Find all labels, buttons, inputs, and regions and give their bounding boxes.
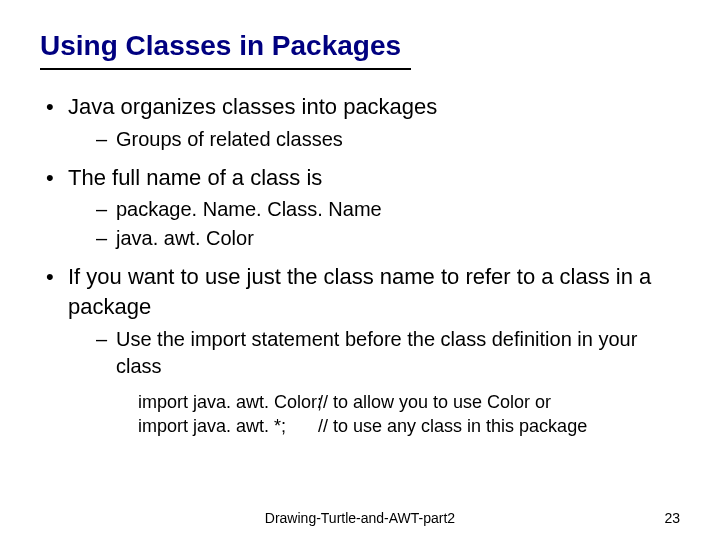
sub-bullet-text: java. awt. Color [116, 227, 254, 249]
code-block: import java. awt. Color; // to allow you… [138, 390, 680, 439]
sub-bullet-list: Use the import statement before the clas… [68, 326, 680, 380]
code-comment: // to use any class in this package [318, 414, 587, 438]
bullet-item: Java organizes classes into packages Gro… [40, 92, 680, 153]
footer-text: Drawing-Turtle-and-AWT-part2 [0, 510, 720, 526]
page-number: 23 [664, 510, 680, 526]
code-line: import java. awt. *; // to use any class… [138, 414, 680, 438]
code-line: import java. awt. Color; // to allow you… [138, 390, 680, 414]
bullet-text: Java organizes classes into packages [68, 94, 437, 119]
bullet-list: Java organizes classes into packages Gro… [40, 92, 680, 438]
code-statement: import java. awt. *; [138, 414, 318, 438]
bullet-item: The full name of a class is package. Nam… [40, 163, 680, 253]
sub-bullet-text: Groups of related classes [116, 128, 343, 150]
code-statement: import java. awt. Color; [138, 390, 318, 414]
slide-body: Java organizes classes into packages Gro… [40, 92, 680, 438]
sub-bullet-text: Use the import statement before the clas… [116, 328, 637, 377]
slide-title: Using Classes in Packages [40, 30, 411, 70]
sub-bullet-item: package. Name. Class. Name [68, 196, 680, 223]
bullet-text: If you want to use just the class name t… [68, 264, 651, 319]
sub-bullet-list: package. Name. Class. Name java. awt. Co… [68, 196, 680, 252]
sub-bullet-item: java. awt. Color [68, 225, 680, 252]
bullet-item: If you want to use just the class name t… [40, 262, 680, 438]
sub-bullet-list: Groups of related classes [68, 126, 680, 153]
sub-bullet-item: Groups of related classes [68, 126, 680, 153]
sub-bullet-item: Use the import statement before the clas… [68, 326, 680, 380]
code-comment: // to allow you to use Color or [318, 390, 551, 414]
bullet-text: The full name of a class is [68, 165, 322, 190]
slide: Using Classes in Packages Java organizes… [0, 0, 720, 540]
sub-bullet-text: package. Name. Class. Name [116, 198, 382, 220]
